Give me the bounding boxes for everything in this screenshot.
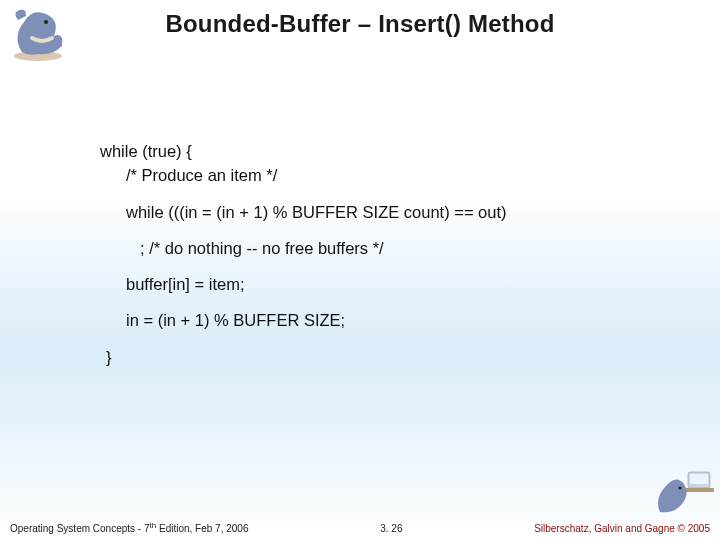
footer-copyright: Silberschatz, Galvin and Gagne © 2005 [534,523,710,534]
footer-left-prefix: Operating System Concepts - 7 [10,523,150,534]
slide-footer: Operating System Concepts - 7th Edition,… [0,521,720,534]
code-line: buffer[in] = item; [100,273,660,295]
svg-rect-4 [684,488,714,492]
dinosaur-icon [654,468,714,516]
code-line: while (true) { [100,140,660,162]
code-block: while (true) { /* Produce an item */ whi… [100,140,660,368]
code-line: /* Produce an item */ [100,164,660,186]
code-line: while (((in = (in + 1) % BUFFER SIZE cou… [100,201,660,223]
code-line: in = (in + 1) % BUFFER SIZE; [100,309,660,331]
svg-point-5 [678,486,681,489]
slide-title: Bounded-Buffer – Insert() Method [0,10,720,38]
code-line: } [100,346,660,368]
code-line: ; /* do nothing -- no free buffers */ [100,237,660,259]
footer-left-suffix: Edition, Feb 7, 2006 [156,523,248,534]
svg-rect-3 [690,474,708,484]
footer-page-number: 3. 26 [380,523,402,534]
footer-left: Operating System Concepts - 7th Edition,… [10,521,248,534]
